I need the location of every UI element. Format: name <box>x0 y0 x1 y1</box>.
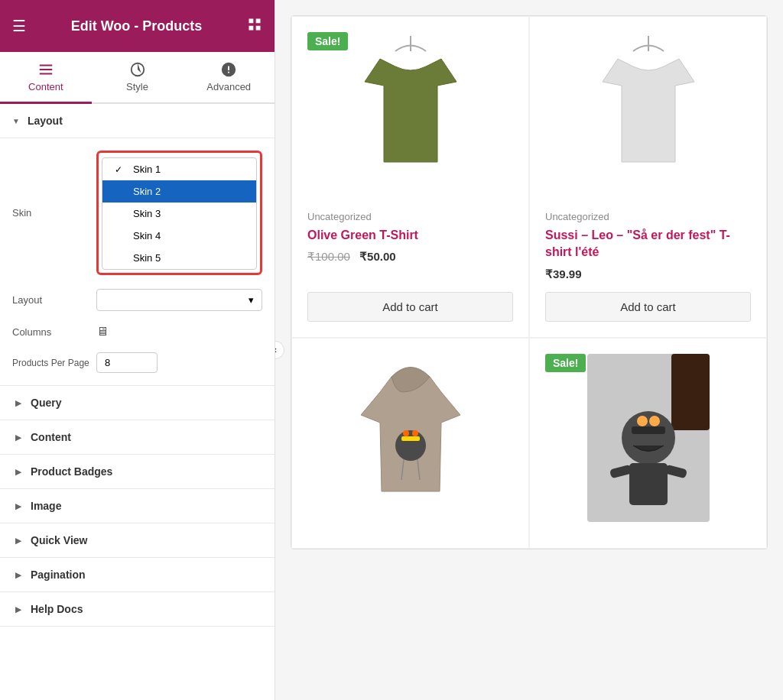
product-image-wrap-2 <box>545 32 751 200</box>
layout-arrow: ▼ <box>12 117 20 125</box>
svg-point-14 <box>649 416 660 426</box>
tab-content[interactable]: Content <box>0 52 92 104</box>
svg-rect-12 <box>632 426 665 434</box>
product-image-1 <box>349 32 472 200</box>
tab-advanced-label: Advanced <box>206 81 251 92</box>
query-section[interactable]: ▶ Query <box>0 386 275 420</box>
sidebar: ☰ Edit Woo - Products Content Style Adva… <box>0 0 275 700</box>
tab-content-label: Content <box>28 81 63 92</box>
help-docs-arrow: ▶ <box>15 605 21 614</box>
add-to-cart-1[interactable]: Add to cart <box>307 292 513 322</box>
product-card-4: Sale! <box>529 338 767 549</box>
grid-icon[interactable] <box>247 17 262 36</box>
products-per-page-row: Products Per Page <box>12 352 262 373</box>
product-badges-arrow: ▶ <box>15 468 21 476</box>
product-category-1: Uncategorized <box>307 211 513 222</box>
image-section[interactable]: ▶ Image <box>0 489 275 523</box>
main-content: Sale! Uncategorized Olive Green T-Shirt … <box>275 0 783 700</box>
image-label: Image <box>31 500 61 512</box>
skin-dropdown-highlight: ✓ Skin 1 Skin 2 Skin 3 <box>96 151 262 275</box>
query-arrow: ▶ <box>15 399 21 407</box>
skin1-check: ✓ <box>115 164 127 175</box>
skin4-option[interactable]: Skin 4 <box>102 225 256 247</box>
columns-row: Columns 🖥 <box>12 325 262 339</box>
product-card-1: Sale! Uncategorized Olive Green T-Shirt … <box>291 16 529 338</box>
product-price-2: ₹39.99 <box>545 267 751 281</box>
help-docs-section[interactable]: ▶ Help Docs <box>0 592 275 627</box>
content-section[interactable]: ▶ Content <box>0 420 275 455</box>
pagination-section[interactable]: ▶ Pagination <box>0 558 275 592</box>
monitor-icon: 🖥 <box>96 325 109 339</box>
svg-point-11 <box>622 411 675 465</box>
svg-point-8 <box>412 430 418 436</box>
quick-view-section[interactable]: ▶ Quick View <box>0 523 275 558</box>
page-title: Edit Woo - Products <box>26 18 247 34</box>
svg-rect-6 <box>401 436 420 441</box>
product-badges-label: Product Badges <box>31 465 112 478</box>
svg-rect-15 <box>629 463 668 505</box>
tab-style-label: Style <box>126 81 148 92</box>
layout-row: Layout ▾ <box>12 289 262 311</box>
product-image-2 <box>587 32 710 200</box>
layout-dropdown-arrow: ▾ <box>249 294 254 306</box>
layout-section-body: Skin ✓ Skin 1 Skin 2 <box>0 138 275 386</box>
product-grid: Sale! Uncategorized Olive Green T-Shirt … <box>291 15 768 549</box>
skin3-option[interactable]: Skin 3 <box>102 203 256 225</box>
layout-label: Layout <box>28 115 63 127</box>
layout-row-label: Layout <box>12 294 96 306</box>
product-category-2: Uncategorized <box>545 211 751 222</box>
old-price-1: ₹100.00 <box>307 250 350 263</box>
add-to-cart-2[interactable]: Add to cart <box>545 292 751 322</box>
columns-label: Columns <box>12 326 96 338</box>
svg-point-13 <box>637 416 648 426</box>
svg-rect-10 <box>671 354 710 430</box>
skin1-option[interactable]: ✓ Skin 1 <box>102 158 256 180</box>
layout-dropdown[interactable]: ▾ <box>96 289 262 311</box>
help-docs-label: Help Docs <box>31 603 83 615</box>
tab-bar: Content Style Advanced <box>0 52 275 104</box>
skin-dropdown-wrapper: ✓ Skin 1 Skin 2 Skin 3 <box>96 151 262 275</box>
product-card-2: Uncategorized Sussi – Leo – "Så er der f… <box>529 16 767 338</box>
tab-advanced[interactable]: Advanced <box>183 52 275 104</box>
product-image-wrap-3 <box>307 354 513 522</box>
product-price-1: ₹100.00 ₹50.00 <box>307 250 513 264</box>
quick-view-arrow: ▶ <box>15 536 21 545</box>
layout-section-header[interactable]: ▼ Layout <box>0 104 275 138</box>
content-arrow: ▶ <box>15 433 21 442</box>
sale-badge-1: Sale! <box>307 32 348 50</box>
image-arrow: ▶ <box>15 502 21 510</box>
sidebar-body: ▼ Layout Skin ✓ Skin 1 <box>0 104 275 700</box>
product-image-wrap-1: Sale! <box>307 32 513 200</box>
skin-label: Skin <box>12 207 96 219</box>
collapse-panel-button[interactable]: ‹ <box>275 341 284 359</box>
products-per-page-label: Products Per Page <box>12 358 96 368</box>
sidebar-header: ☰ Edit Woo - Products <box>0 0 275 52</box>
query-label: Query <box>31 397 61 409</box>
menu-icon[interactable]: ☰ <box>12 17 26 35</box>
new-price-2: ₹39.99 <box>545 267 582 280</box>
product-title-1: Olive Green T-Shirt <box>307 227 513 244</box>
skin3-label: Skin 3 <box>133 208 161 219</box>
quick-view-label: Quick View <box>31 534 87 546</box>
products-per-page-input[interactable] <box>96 352 158 373</box>
svg-point-7 <box>403 430 409 436</box>
skin2-label: Skin 2 <box>133 186 161 197</box>
pagination-label: Pagination <box>31 569 86 581</box>
product-card-3 <box>291 338 529 549</box>
new-price-1: ₹50.00 <box>359 250 396 263</box>
product-badges-section[interactable]: ▶ Product Badges <box>0 455 275 489</box>
skin5-option[interactable]: Skin 5 <box>102 247 256 269</box>
product-image-wrap-4: Sale! <box>545 354 751 522</box>
product-image-4 <box>587 354 710 522</box>
product-title-2: Sussi – Leo – "Så er der fest" T-shirt l… <box>545 227 751 261</box>
pagination-arrow: ▶ <box>15 571 21 579</box>
skin4-label: Skin 4 <box>133 230 161 241</box>
skin-dropdown-list[interactable]: ✓ Skin 1 Skin 2 Skin 3 <box>102 157 257 270</box>
svg-point-5 <box>395 430 426 461</box>
skin2-option[interactable]: Skin 2 <box>102 180 256 203</box>
content-label: Content <box>31 431 71 443</box>
tab-style[interactable]: Style <box>92 52 184 104</box>
skin5-label: Skin 5 <box>133 252 161 264</box>
skin1-label: Skin 1 <box>133 164 161 175</box>
product-image-3 <box>349 354 472 522</box>
